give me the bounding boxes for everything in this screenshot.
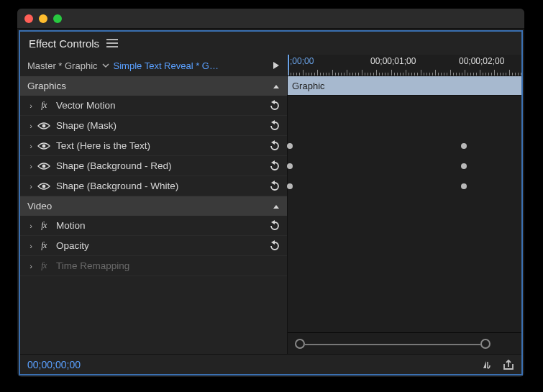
reset-icon[interactable] <box>268 100 281 111</box>
property-label: Opacity <box>52 240 268 251</box>
window-minimize-button[interactable] <box>39 14 47 23</box>
properties-column: Master * Graphic Simple Text Reveal * G…… <box>20 55 288 354</box>
property-label: Text (Here is the Text) <box>52 140 268 151</box>
zoom-handle-left[interactable] <box>295 339 305 349</box>
keyframe-marker[interactable] <box>461 163 467 169</box>
twirl-right-icon[interactable]: › <box>26 222 36 230</box>
property-list: Graphics ›fxVector Motion›Shape (Mask)›T… <box>20 76 287 354</box>
svg-point-3 <box>42 124 46 127</box>
keyframe-row[interactable] <box>288 156 521 176</box>
zoom-bar[interactable] <box>305 344 480 345</box>
fx-badge-icon[interactable]: fx <box>36 240 52 251</box>
zoom-handle-right[interactable] <box>480 339 490 349</box>
twirl-right-icon[interactable]: › <box>26 162 36 170</box>
effect-controls-panel: Effect Controls Master * Graphic Simple … <box>19 30 523 375</box>
reset-icon[interactable] <box>268 140 281 152</box>
twirl-right-icon[interactable]: › <box>26 142 36 150</box>
section-graphics-label: Graphics <box>27 81 66 91</box>
panel-footer: 00;00;00;00 <box>20 354 521 374</box>
collapse-up-icon <box>273 81 280 91</box>
panel-menu-icon[interactable] <box>106 39 118 47</box>
panel-title: Effect Controls <box>29 37 99 50</box>
property-row[interactable]: ›Shape (Mask) <box>20 116 287 136</box>
clip-breadcrumb: Master * Graphic Simple Text Reveal * G… <box>20 55 287 76</box>
panel-body: Master * Graphic Simple Text Reveal * G…… <box>20 55 521 354</box>
reset-icon[interactable] <box>268 120 281 132</box>
time-label: 00;00;01;00 <box>370 56 416 66</box>
play-icon[interactable] <box>273 61 280 70</box>
keyframe-marker[interactable] <box>461 183 467 189</box>
svg-point-4 <box>42 144 46 147</box>
property-row[interactable]: ›fxTime Remapping <box>20 256 287 276</box>
property-label: Vector Motion <box>52 100 268 111</box>
property-label: Time Remapping <box>52 260 281 271</box>
twirl-right-icon[interactable]: › <box>26 242 36 250</box>
export-icon[interactable] <box>503 360 514 370</box>
fx-badge-icon[interactable]: fx <box>36 100 52 111</box>
visibility-eye-icon[interactable] <box>36 162 52 170</box>
reset-icon[interactable] <box>268 160 281 172</box>
fx-badge-icon[interactable]: fx <box>36 220 52 231</box>
section-video-label: Video <box>27 201 52 211</box>
property-label: Shape (Background - White) <box>52 181 268 191</box>
visibility-eye-icon[interactable] <box>36 182 52 191</box>
twirl-right-icon[interactable]: › <box>26 262 36 270</box>
property-row[interactable]: ›fxVector Motion <box>20 96 287 116</box>
keyframe-marker[interactable] <box>287 183 293 189</box>
window-close-button[interactable] <box>24 14 33 23</box>
twirl-right-icon[interactable]: › <box>26 101 36 110</box>
collapse-up-icon <box>273 201 280 211</box>
twirl-right-icon[interactable]: › <box>26 182 36 191</box>
timeline-column: ;00;00 00;00;01;00 00;00;02;00 Graphic <box>288 55 521 354</box>
sequence-clip-label[interactable]: Simple Text Reveal * G… <box>114 60 219 71</box>
panel-header: Effect Controls <box>20 32 521 55</box>
time-label: ;00;00 <box>290 56 314 66</box>
property-label: Shape (Mask) <box>52 120 268 131</box>
keyframe-area[interactable] <box>288 96 521 196</box>
timeline-scrollbar[interactable] <box>288 332 521 354</box>
reset-icon[interactable] <box>268 240 281 252</box>
fx-badge-icon[interactable]: fx <box>36 260 52 271</box>
property-row[interactable]: ›Shape (Background - White) <box>20 176 287 196</box>
keyframe-row[interactable] <box>288 116 521 136</box>
visibility-eye-icon[interactable] <box>36 142 52 150</box>
keyframe-row[interactable] <box>288 176 521 196</box>
svg-point-5 <box>42 164 46 168</box>
reset-icon[interactable] <box>268 181 281 192</box>
master-clip-label[interactable]: Master * Graphic <box>27 60 98 71</box>
property-label: Motion <box>52 220 268 231</box>
window-maximize-button[interactable] <box>53 14 62 23</box>
time-label: 00;00;02;00 <box>459 56 504 66</box>
keyframe-marker[interactable] <box>287 163 293 169</box>
clip-bar-label: Graphic <box>292 81 325 91</box>
clip-bar[interactable]: Graphic <box>288 76 521 96</box>
toggle-audio-icon[interactable] <box>483 360 494 370</box>
reset-icon[interactable] <box>268 220 281 232</box>
mac-titlebar <box>17 9 524 29</box>
section-video[interactable]: Video <box>20 196 287 216</box>
twirl-right-icon[interactable]: › <box>26 122 36 130</box>
svg-point-6 <box>42 184 46 188</box>
chevron-down-icon[interactable] <box>102 62 109 69</box>
keyframe-row[interactable] <box>288 136 521 156</box>
current-timecode[interactable]: 00;00;00;00 <box>27 359 81 370</box>
section-graphics[interactable]: Graphics <box>20 76 287 96</box>
property-label: Shape (Background - Red) <box>52 160 268 171</box>
keyframe-marker[interactable] <box>287 143 293 149</box>
property-row[interactable]: ›Text (Here is the Text) <box>20 136 287 156</box>
time-ruler[interactable]: ;00;00 00;00;01;00 00;00;02;00 <box>288 55 521 76</box>
property-row[interactable]: ›Shape (Background - Red) <box>20 156 287 176</box>
property-row[interactable]: ›fxMotion <box>20 216 287 236</box>
app-window: Effect Controls Master * Graphic Simple … <box>17 9 524 377</box>
visibility-eye-icon[interactable] <box>36 122 52 130</box>
keyframe-marker[interactable] <box>461 143 467 149</box>
keyframe-row[interactable] <box>288 96 521 116</box>
property-row[interactable]: ›fxOpacity <box>20 236 287 256</box>
